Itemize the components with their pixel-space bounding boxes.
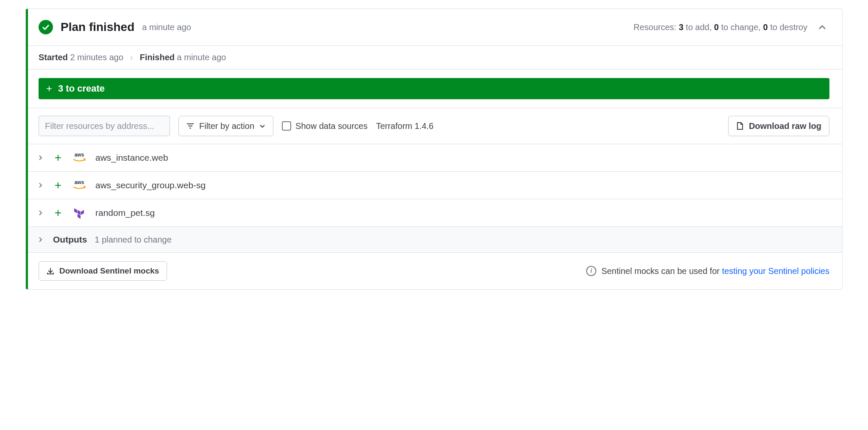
summary-destroy-suffix: to destroy (768, 22, 807, 32)
resource-name: random_pet.sg (95, 208, 155, 218)
plus-icon: + (53, 152, 63, 164)
collapse-panel-button[interactable] (815, 20, 829, 34)
finished-time: a minute ago (177, 53, 226, 62)
plus-icon: + (53, 179, 63, 191)
terraform-provider-icon (71, 207, 88, 219)
check-circle-icon (39, 20, 53, 34)
filter-by-action-button[interactable]: Filter by action (178, 116, 273, 136)
svg-marker-5 (74, 208, 77, 213)
show-data-sources-checkbox[interactable]: Show data sources (282, 121, 367, 131)
chevron-right-icon (39, 155, 45, 161)
timeline-row: Started 2 minutes ago › Finished a minut… (26, 46, 842, 70)
summary-change-suffix: to change, (719, 22, 763, 32)
resource-row[interactable]: + aws aws_security_group.web-sg (26, 172, 842, 199)
resource-list: + aws aws_instance.web + aws aws_securit… (26, 144, 842, 226)
footer-row: Download Sentinel mocks i Sentinel mocks… (26, 253, 842, 289)
plan-panel: Plan finished a minute ago Resources: 3 … (25, 8, 843, 290)
info-text: Sentinel mocks can be used for (601, 266, 722, 276)
started-time: 2 minutes ago (70, 53, 123, 62)
started-label: Started (39, 53, 68, 62)
summary-change-count: 0 (714, 22, 719, 32)
chevron-down-icon (259, 124, 265, 128)
sentinel-policies-link[interactable]: testing your Sentinel policies (722, 266, 829, 276)
outputs-row[interactable]: Outputs 1 planned to change (26, 226, 842, 253)
svg-marker-7 (81, 210, 84, 215)
download-sentinel-mocks-button[interactable]: Download Sentinel mocks (39, 261, 167, 281)
filter-resources-input[interactable] (39, 116, 170, 136)
resource-name: aws_security_group.web-sg (95, 180, 206, 190)
summary-prefix: Resources: (634, 22, 679, 32)
download-raw-label: Download raw log (749, 121, 821, 131)
create-bar[interactable]: + 3 to create (39, 78, 829, 99)
resource-summary: Resources: 3 to add, 0 to change, 0 to d… (634, 22, 807, 32)
create-section: + 3 to create (26, 70, 842, 108)
summary-add-suffix: to add, (684, 22, 714, 32)
panel-header: Plan finished a minute ago Resources: 3 … (26, 9, 842, 46)
outputs-label: Outputs (53, 235, 87, 245)
svg-text:aws: aws (75, 180, 84, 185)
panel-title: Plan finished (61, 20, 134, 34)
aws-provider-icon: aws (71, 152, 88, 164)
timeline-separator-icon: › (130, 53, 133, 62)
resource-name: aws_instance.web (95, 153, 168, 163)
summary-add-count: 3 (679, 22, 683, 32)
filter-row: Filter by action Show data sources Terra… (26, 108, 842, 144)
plus-icon: + (53, 207, 63, 219)
download-icon (47, 267, 54, 275)
download-raw-log-button[interactable]: Download raw log (728, 116, 829, 136)
summary-destroy-count: 0 (763, 22, 768, 32)
panel-subtitle: a minute ago (142, 22, 191, 32)
show-ds-label: Show data sources (295, 121, 367, 131)
resource-row[interactable]: + random_pet.sg (26, 199, 842, 226)
filter-icon (186, 123, 194, 129)
sentinel-info: i Sentinel mocks can be used for testing… (586, 266, 829, 276)
resource-row[interactable]: + aws aws_instance.web (26, 144, 842, 172)
download-mocks-label: Download Sentinel mocks (59, 266, 159, 276)
chevron-right-icon (39, 182, 45, 188)
outputs-sub: 1 planned to change (95, 235, 171, 245)
plus-icon: + (46, 84, 52, 94)
file-icon (736, 122, 744, 130)
terraform-version: Terraform 1.4.6 (376, 121, 434, 131)
chevron-right-icon (39, 210, 45, 216)
info-icon: i (586, 266, 596, 276)
chevron-right-icon (39, 237, 45, 243)
filter-action-label: Filter by action (199, 121, 254, 131)
aws-provider-icon: aws (71, 179, 88, 191)
svg-text:aws: aws (75, 152, 84, 158)
checkbox-icon (282, 121, 291, 131)
create-bar-label: 3 to create (58, 83, 105, 94)
finished-label: Finished (140, 53, 175, 62)
